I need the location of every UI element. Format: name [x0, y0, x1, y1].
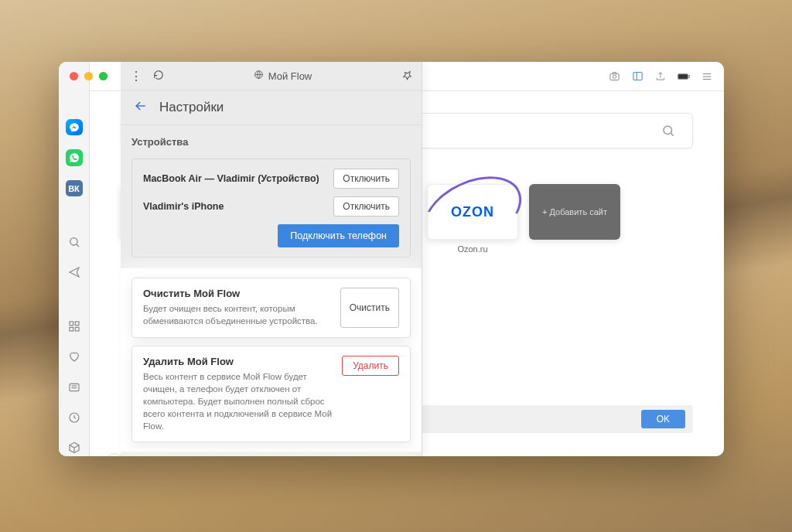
speed-dial-icon[interactable] — [66, 318, 83, 334]
back-icon[interactable] — [133, 98, 148, 118]
tile-ozon[interactable]: OZON Ozon.ru — [427, 184, 518, 254]
device-row: MacBook Air — Vladimir (Устройство) Откл… — [143, 169, 399, 189]
svg-line-1 — [77, 244, 79, 247]
camera-icon[interactable] — [608, 70, 620, 83]
sidebar-toggle-icon[interactable] — [631, 70, 644, 83]
highlight-zone: Очистить Мой Flow Будет очищен весь конт… — [121, 268, 422, 452]
package-icon[interactable] — [66, 440, 83, 456]
my-flow-panel: ⋮ Мой Flow Настройки — [121, 62, 422, 456]
menu-icon[interactable] — [701, 70, 713, 83]
svg-point-14 — [613, 75, 616, 78]
maximize-window-button[interactable] — [99, 72, 108, 80]
window-controls — [70, 72, 108, 80]
svg-point-0 — [70, 238, 77, 245]
tile-label: OZON — [451, 204, 494, 220]
vk-icon[interactable]: ВК — [66, 180, 83, 196]
ok-button[interactable]: OK — [641, 410, 685, 428]
tile-caption: Ozon.ru — [457, 244, 487, 254]
whatsapp-icon[interactable] — [66, 149, 83, 165]
share-icon[interactable] — [654, 70, 667, 83]
news-icon[interactable] — [66, 379, 83, 395]
svg-rect-6 — [70, 384, 79, 390]
close-window-button[interactable] — [70, 72, 78, 80]
search-icon[interactable] — [66, 234, 83, 250]
svg-rect-17 — [678, 73, 688, 79]
flow-header: Настройки — [121, 90, 422, 125]
svg-rect-3 — [75, 322, 79, 326]
history-icon[interactable] — [66, 409, 83, 425]
settings-title: Настройки — [159, 100, 224, 115]
reload-icon[interactable] — [153, 70, 164, 83]
delete-desc: Весь контент в сервисе Мой Flow будет оч… — [143, 370, 333, 432]
connect-phone-button[interactable]: Подключить телефон — [278, 224, 399, 247]
main-content: auto.ru Ищешь машину — зайди на Авто.ру … — [90, 62, 724, 456]
delete-title: Удалить Мой Flow — [143, 356, 333, 367]
device-row: Vladimir's iPhone Отключить — [143, 196, 399, 217]
devices-section-label: Устройства — [131, 136, 411, 148]
delete-flow-card: Удалить Мой Flow Весь контент в сервисе … — [131, 346, 411, 442]
svg-rect-5 — [75, 327, 79, 331]
minimize-window-button[interactable] — [84, 72, 93, 80]
svg-rect-2 — [70, 322, 73, 326]
svg-line-23 — [671, 133, 673, 135]
flow-body: Устройства MacBook Air — Vladimir (Устро… — [121, 125, 422, 456]
svg-point-22 — [664, 126, 672, 135]
delete-button[interactable]: Удалить — [342, 356, 399, 376]
svg-rect-4 — [70, 327, 73, 331]
messenger-icon[interactable] — [66, 119, 83, 135]
disconnect-button[interactable]: Отключить — [333, 169, 399, 189]
browser-window: ВК — [59, 62, 724, 456]
left-sidebar: ВК — [59, 62, 90, 456]
svg-rect-18 — [688, 75, 689, 77]
pin-icon[interactable] — [398, 67, 415, 84]
battery-icon — [678, 70, 690, 83]
send-icon[interactable] — [66, 264, 83, 281]
clear-button[interactable]: Очистить — [340, 288, 399, 327]
disconnect-button[interactable]: Отключить — [333, 196, 399, 217]
device-name: MacBook Air — Vladimir (Устройство) — [143, 173, 319, 184]
heart-icon[interactable] — [66, 348, 83, 364]
devices-card: MacBook Air — Vladimir (Устройство) Откл… — [131, 159, 411, 257]
more-icon[interactable]: ⋮ — [130, 69, 142, 84]
flow-title: Мой Flow — [268, 70, 312, 82]
tile-add-site[interactable]: + Добавить сайт — [529, 184, 620, 254]
clear-title: Очистить Мой Flow — [143, 288, 331, 299]
clear-desc: Будет очищен весь контент, которым обмен… — [143, 302, 331, 327]
tile-label: + Добавить сайт — [542, 207, 607, 217]
flow-titlebar: ⋮ Мой Flow — [121, 62, 422, 90]
device-name: Vladimir's iPhone — [143, 201, 224, 212]
svg-rect-15 — [633, 73, 641, 80]
clear-flow-card: Очистить Мой Flow Будет очищен весь конт… — [131, 278, 411, 337]
globe-icon — [254, 70, 264, 82]
